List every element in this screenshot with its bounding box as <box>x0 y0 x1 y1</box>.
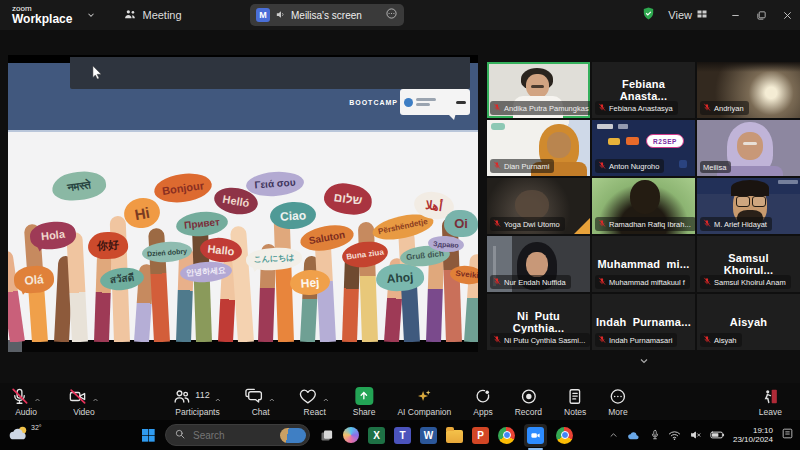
person-figure <box>737 132 763 160</box>
participants-icon-row: 112 <box>172 387 222 406</box>
taskbar-app-start[interactable] <box>140 427 156 443</box>
volume-muted-icon[interactable] <box>689 429 702 441</box>
share-button[interactable]: Share <box>353 387 376 417</box>
weather-cloud-icon <box>8 424 30 446</box>
minimize-button[interactable] <box>722 0 748 30</box>
shared-screen-pill[interactable]: M Meilisa's screen <box>250 4 404 26</box>
react-caret[interactable] <box>322 390 331 408</box>
taskbar-app-excel[interactable]: X <box>368 427 385 444</box>
muted-mic-icon <box>598 277 606 288</box>
apps-button[interactable]: Apps <box>473 387 492 417</box>
raised-arm <box>358 222 378 342</box>
participant-tile[interactable]: R2SEPAnton Nugroho <box>592 120 695 176</box>
participant-name-label: Samsul Khoirul Anam <box>700 275 791 289</box>
participant-tile[interactable]: Samsul Khoirul...Samsul Khoirul Anam <box>697 236 800 292</box>
muted-mic-icon <box>703 219 711 230</box>
chat-caret[interactable] <box>268 390 277 408</box>
scroll-more-participants-button[interactable] <box>622 354 666 368</box>
participant-tile[interactable]: M. Arief Hidayat <box>697 178 800 234</box>
participant-name-text: Indah Purnamasari <box>609 336 672 345</box>
participants-button[interactable]: 112Participants <box>172 387 222 417</box>
notifications-icon[interactable] <box>781 426 794 444</box>
muted-mic-icon <box>598 335 606 346</box>
audio-caret[interactable] <box>33 390 42 408</box>
taskbar-app-taskview[interactable] <box>319 428 334 443</box>
video-button[interactable]: Video <box>68 387 100 417</box>
taskbar-search[interactable] <box>165 424 310 446</box>
search-input[interactable] <box>191 429 275 442</box>
chevron-down-icon[interactable] <box>86 6 96 24</box>
participant-tile[interactable]: Nur Endah Nuffida <box>487 236 590 292</box>
participant-tile[interactable]: Muhammad mi...Muhammad miftakuul f <box>592 236 695 292</box>
wifi-icon[interactable] <box>668 430 681 441</box>
ai-companion-button[interactable]: AI Companion <box>397 387 451 417</box>
presenter-avatar: M <box>256 8 270 22</box>
shared-screen-content: BOOTCAMP नमस्तेHiBonjourHellóHolaПривет你… <box>8 55 478 352</box>
close-button[interactable] <box>774 0 800 30</box>
taskbar-clock[interactable]: 19:10 23/10/2024 <box>733 426 773 444</box>
microphone-icon[interactable] <box>650 429 660 441</box>
greeting-bubble: Привет <box>175 209 229 238</box>
notes-button[interactable]: Notes <box>564 387 586 417</box>
taskbar-app-teams[interactable]: T <box>394 427 411 444</box>
participant-name-label: Andriyan <box>700 101 749 115</box>
ellipsis-icon[interactable] <box>385 6 398 24</box>
participants-caret[interactable] <box>214 390 223 408</box>
participant-tile[interactable]: Andika Putra Pamungkas <box>487 62 590 118</box>
r2sep-logo: R2SEP <box>646 134 684 148</box>
participant-name-label: Febiana Anastasya <box>595 101 678 115</box>
person-figure <box>778 180 798 184</box>
participant-tile[interactable]: Ramadhan Rafiq Ibrah... <box>592 178 695 234</box>
more-button[interactable]: More <box>608 387 627 417</box>
battery-icon[interactable] <box>710 430 725 440</box>
taskbar-app-powerpoint[interactable]: P <box>472 427 489 444</box>
taskbar-app-copilot[interactable] <box>343 427 359 443</box>
audio-button[interactable]: Audio <box>10 387 42 417</box>
raised-arm <box>176 248 194 342</box>
participant-name-text: Febiana Anastasya <box>609 104 673 113</box>
muted-mic-icon <box>598 219 606 230</box>
bubble-tail <box>37 245 46 258</box>
video-caret[interactable] <box>91 390 100 408</box>
taskbar-app-chrome[interactable] <box>498 427 515 444</box>
participant-name-label: Yoga Dwi Utomo <box>490 217 565 231</box>
weather-widget[interactable]: 32° <box>8 424 42 446</box>
person-figure <box>731 180 769 196</box>
view-button[interactable]: View <box>668 8 708 22</box>
taskbar-app-chrome2[interactable] <box>556 427 573 444</box>
taskbar-app-explorer[interactable] <box>446 427 463 443</box>
participant-name-label: Andika Putra Pamungkas <box>490 101 590 115</box>
greeting-bubble: こんにちは <box>245 247 302 272</box>
participant-tile[interactable]: Ni Putu Cynthia...Ni Putu Cynthia Sasmi.… <box>487 294 590 350</box>
maximize-button[interactable] <box>748 0 774 30</box>
meeting-tab-label: Meeting <box>142 9 181 21</box>
participant-tile[interactable]: Andriyan <box>697 62 800 118</box>
participant-tile[interactable]: Yoga Dwi Utomo <box>487 178 590 234</box>
react-button[interactable]: React <box>299 387 331 417</box>
tab-meeting[interactable]: Meeting <box>124 8 181 23</box>
chat-button[interactable]: Chat <box>245 387 277 417</box>
muted-mic-icon <box>493 103 501 114</box>
participant-tile[interactable]: AisyahAisyah <box>697 294 800 350</box>
participant-name-label: M. Arief Hidayat <box>700 217 772 231</box>
search-highlight-image[interactable] <box>280 428 306 443</box>
taskbar-app-word[interactable]: W <box>420 427 437 444</box>
leave-button[interactable]: Leave <box>759 387 782 417</box>
chevron-up-icon[interactable] <box>608 430 619 440</box>
meeting-main-area: BOOTCAMP नमस्तेHiBonjourHellóHolaПривет你… <box>0 30 800 383</box>
participant-tile[interactable]: Indah Purnama...Indah Purnamasari <box>592 294 695 350</box>
participant-tile[interactable]: Dian Purnami <box>487 120 590 176</box>
taskbar-app-zoom[interactable] <box>524 424 547 447</box>
person-figure <box>491 123 505 130</box>
participant-name-text: Ramadhan Rafiq Ibrah... <box>609 220 691 229</box>
greeting-bubble: Hi <box>122 195 163 231</box>
security-shield-icon[interactable] <box>641 6 656 25</box>
leave-label: Leave <box>759 407 782 417</box>
participant-tile[interactable]: Febiana Anasta...Febiana Anastasya <box>592 62 695 118</box>
record-button[interactable]: Record <box>515 387 542 417</box>
onedrive-icon[interactable] <box>627 430 642 441</box>
participant-name-text: Anton Nugroho <box>609 162 659 171</box>
participant-tile[interactable]: Meilisa <box>697 120 800 176</box>
share-label: Share <box>353 407 376 417</box>
participant-name-text: Andriyan <box>714 104 744 113</box>
